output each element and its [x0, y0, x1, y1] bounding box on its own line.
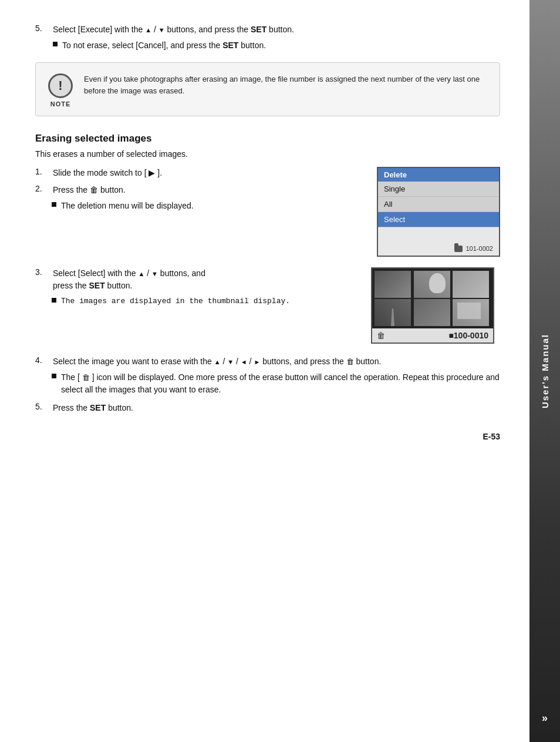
step4-row: 4. Select the image you want to erase wi… — [35, 355, 500, 368]
step5-text: Select [Execute] with the ▲ / ▼ buttons,… — [53, 23, 294, 36]
erasing-intro: This erases a number of selected images. — [35, 149, 500, 159]
step3-number: 3. — [35, 267, 48, 292]
thumbnail-grid — [372, 268, 493, 328]
thumb-2 — [414, 271, 450, 298]
delete-menu-footer: 101-0002 — [378, 227, 499, 256]
step4-text: Select the image you want to erase with … — [53, 355, 381, 368]
thumb-4 — [375, 299, 411, 326]
step4-bullet1-text: The [ 🗑 ] icon will be displayed. One mo… — [61, 371, 500, 396]
note-exclamation-icon: ! — [48, 73, 73, 98]
thumbnail-screen: 🗑 ■100-0010 — [371, 267, 494, 344]
step5-final-text: Press the SET button. — [53, 402, 133, 414]
thumb-3 — [453, 271, 489, 298]
note-label: NOTE — [50, 100, 71, 108]
step2-number: 2. — [35, 184, 48, 196]
delete-menu: Delete Single All Select 101-0002 — [377, 167, 500, 257]
step2-bullet: The deletion menu will be displayed. — [52, 200, 365, 212]
erasing-section: Erasing selected images This erases a nu… — [35, 133, 500, 414]
step5-line: 5. Select [Execute] with the ▲ / ▼ butto… — [35, 23, 500, 36]
step3-text-col: 3. Select [Select] with the ▲ / ▼ button… — [35, 267, 357, 344]
sidebar-title: User's Manual — [540, 334, 550, 408]
step1-number: 1. — [35, 167, 48, 179]
delete-menu-header: Delete — [378, 168, 499, 182]
bullet-icon-2 — [52, 202, 56, 207]
page-number: E-53 — [35, 432, 500, 441]
step1-text: Slide the mode switch to [ ▶ ]. — [53, 167, 162, 179]
set-bold-final: SET — [90, 403, 106, 412]
set-bold-1: SET — [251, 25, 266, 34]
step5-final-row: 5. Press the SET button. — [35, 402, 500, 414]
step5-bullet: To not erase, select [Cancel], and press… — [53, 39, 500, 52]
trash-icon-step2: 🗑 — [90, 185, 98, 194]
step2-bullet-text: The deletion menu will be displayed. — [61, 200, 194, 212]
sidebar: User's Manual » — [529, 0, 560, 742]
step5-bullet-text: To not erase, select [Cancel], and press… — [62, 39, 266, 52]
trash-icon-step4: 🗑 — [346, 357, 354, 366]
step1-row: 1. Slide the mode switch to [ ▶ ]. — [35, 167, 365, 179]
trash-icon-thumbnail: 🗑 — [377, 331, 385, 340]
delete-menu-single: Single — [378, 182, 499, 197]
step3-bullet-text: The images are displayed in the thumbnai… — [61, 296, 290, 307]
trash-icon-inline: 🗑 — [82, 373, 90, 382]
delete-menu-select: Select — [378, 212, 499, 227]
step4-number: 4. — [35, 355, 48, 368]
step2-row: 2. Press the 🗑 button. — [35, 184, 365, 196]
step3-row: 3. Select [Select] with the ▲ / ▼ button… — [35, 267, 500, 344]
step4-bullet1: The [ 🗑 ] icon will be displayed. One mo… — [52, 371, 500, 396]
bullet-icon-3 — [52, 298, 56, 303]
delete-menu-screenshot: Delete Single All Select 101-0002 — [377, 167, 500, 257]
thumb-1 — [375, 271, 411, 298]
step3-line: 3. Select [Select] with the ▲ / ▼ button… — [35, 267, 357, 292]
step5-final-number: 5. — [35, 402, 48, 414]
step5-number: 5. — [35, 23, 48, 36]
thumbnail-screenshot: 🗑 ■100-0010 — [371, 267, 500, 344]
bullet-icon-4a — [52, 374, 56, 378]
set-bold-2: SET — [222, 41, 238, 50]
note-text: Even if you take photographs after erasi… — [84, 71, 490, 97]
delete-menu-all: All — [378, 197, 499, 212]
thumb-6 — [453, 299, 489, 326]
thumbnail-file-num: ■100-0010 — [448, 331, 488, 340]
delete-menu-file-num: 101-0002 — [466, 245, 494, 252]
main-content: 5. Select [Execute] with the ▲ / ▼ butto… — [0, 0, 529, 742]
step4-section: 4. Select the image you want to erase wi… — [35, 355, 500, 396]
thumb-5 — [414, 299, 450, 326]
step3-bullet: The images are displayed in the thumbnai… — [52, 296, 357, 307]
bullet-icon — [53, 42, 58, 46]
thumbnail-footer: 🗑 ■100-0010 — [372, 328, 493, 343]
step3-text: Select [Select] with the ▲ / ▼ buttons, … — [53, 267, 205, 292]
note-box: ! NOTE Even if you take photographs afte… — [35, 62, 500, 116]
steps-1-2-col: 1. Slide the mode switch to [ ▶ ]. 2. Pr… — [35, 167, 365, 257]
sidebar-chevron: » — [542, 712, 548, 724]
folder-icon — [454, 246, 463, 252]
steps-1-2-container: 1. Slide the mode switch to [ ▶ ]. 2. Pr… — [35, 167, 500, 257]
erasing-heading: Erasing selected images — [35, 133, 500, 145]
step5-section: 5. Select [Execute] with the ▲ / ▼ butto… — [35, 23, 500, 52]
step5-final-section: 5. Press the SET button. — [35, 402, 500, 414]
set-bold-3: SET — [89, 281, 104, 290]
note-icon-container: ! NOTE — [45, 71, 76, 108]
step2-text: Press the 🗑 button. — [53, 184, 126, 196]
